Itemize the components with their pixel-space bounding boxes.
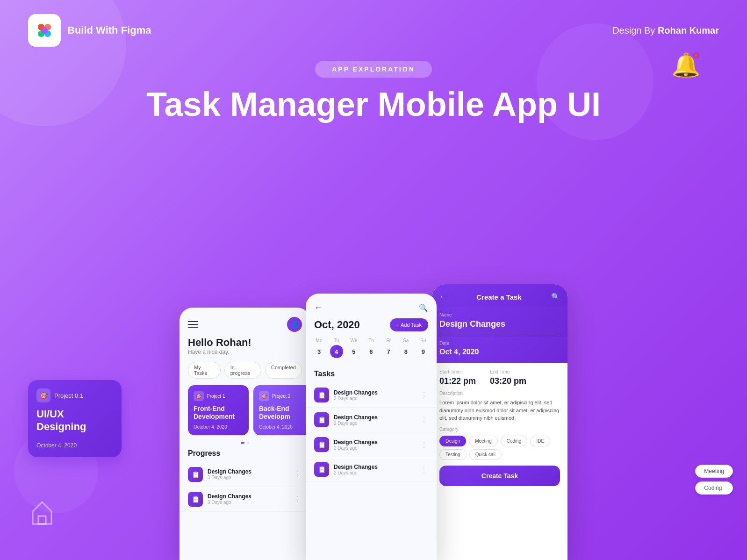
- phone-3: ← Create a Task 🔍 Name Design Changes Da…: [432, 284, 567, 560]
- pc-icon-2: 🎯: [259, 391, 269, 401]
- cal-day-num-sa[interactable]: 8: [399, 345, 412, 358]
- phone1-header: 👤: [180, 308, 310, 337]
- p2-task-ago-4: 2 Days ago: [334, 470, 378, 475]
- p2-task-item-2: 📋 Design Changes 2 Days ago ⋮: [306, 408, 437, 432]
- p2-task-name-3: Design Changes: [334, 439, 378, 445]
- p3-end-time: End Time 03:20 pm: [490, 369, 526, 386]
- extra-category-tags: Meeting Coding: [695, 465, 733, 495]
- cal-day-fr: Fr 7: [382, 338, 395, 358]
- cal-day-name-sa: Sa: [403, 338, 409, 343]
- header: Build With Figma Design By Rohan Kumar: [28, 14, 719, 47]
- cat-tag-design[interactable]: Design: [439, 436, 466, 446]
- create-task-button[interactable]: Create Task: [439, 466, 560, 486]
- p2-task-icon-2: 📋: [314, 412, 329, 427]
- task-item-2: 📋 Design Changes 3 Days ago ⋮: [180, 487, 310, 512]
- p3-white-section: Start Time 01:22 pm End Time 03:20 pm De…: [432, 363, 567, 486]
- hero-section: APP EXPLORATION Task Manager Mobile App …: [0, 61, 747, 123]
- p3-category-section: Category Design Meeting Coding IDE Testi…: [432, 427, 567, 466]
- pc-num-2: Project 2: [272, 394, 290, 399]
- cal-day-name-fr: Fr: [386, 338, 390, 343]
- pc-icon-1: 🎯: [194, 391, 204, 401]
- search-icon-p2[interactable]: 🔍: [419, 303, 428, 312]
- cal-day-mo: Mo 3: [313, 338, 326, 358]
- calendar-divider: [314, 365, 428, 365]
- p2-task-ago-1: 2 Days ago: [334, 396, 378, 401]
- task-name-1: Design Changes: [208, 468, 251, 475]
- cal-day-num-we[interactable]: 5: [347, 345, 360, 358]
- p2-task-item-1: 📋 Design Changes 2 Days ago ⋮: [306, 383, 437, 408]
- p3-date-section: Date Oct 4, 2020: [432, 337, 567, 363]
- extra-tag-meeting[interactable]: Meeting: [695, 465, 733, 478]
- notification-dot: [693, 52, 699, 58]
- p3-end-time-value: 03:20 pm: [490, 376, 526, 386]
- task-ago-1: 3 Days ago: [208, 475, 251, 480]
- tab-my-tasks[interactable]: My Tasks: [188, 362, 221, 379]
- design-by: Design By Rohan Kumar: [612, 25, 719, 36]
- task-item-1: 📋 Design Changes 3 Days ago ⋮: [180, 462, 310, 487]
- cat-tag-quick-call[interactable]: Quick call: [469, 449, 502, 460]
- cal-day-num-tu[interactable]: 4: [330, 345, 343, 358]
- p3-date-label: Date: [439, 341, 560, 346]
- task-menu-2[interactable]: ⋮: [294, 495, 302, 503]
- notification-bell[interactable]: 🔔: [671, 51, 700, 79]
- cal-day-name-we: We: [350, 338, 357, 343]
- p3-name-section: Name Design Changes: [432, 307, 567, 337]
- p2-task-icon-3: 📋: [314, 437, 329, 452]
- task-menu-1[interactable]: ⋮: [294, 470, 302, 479]
- projects-carousel: 🎯 Project 1 Front-EndDevelopment October…: [180, 385, 310, 442]
- cal-day-num-th[interactable]: 6: [365, 345, 378, 358]
- pc-num-1: Project 1: [207, 394, 225, 399]
- back-arrow-icon[interactable]: ←: [314, 303, 323, 313]
- hamburger-icon[interactable]: [188, 321, 198, 328]
- p2-task-menu-1[interactable]: ⋮: [420, 391, 428, 400]
- cal-day-num-mo[interactable]: 3: [313, 345, 326, 358]
- extra-tag-coding[interactable]: Coding: [695, 481, 733, 495]
- cal-day-su: Su 9: [417, 338, 430, 358]
- add-task-button[interactable]: + Add Task: [390, 318, 428, 331]
- p2-task-ago-3: 2 Days ago: [334, 445, 378, 451]
- tab-completed[interactable]: Completed: [265, 362, 302, 379]
- task-icon-2: 📋: [188, 492, 203, 507]
- p2-task-menu-4[interactable]: ⋮: [420, 465, 428, 474]
- task-tabs: My Tasks In-progress Completed: [180, 362, 310, 385]
- project-card-1[interactable]: 🎯 Project 1 Front-EndDevelopment October…: [188, 385, 249, 435]
- cal-day-sa: Sa 8: [399, 338, 412, 358]
- project-card-2[interactable]: 🎯 Project 2 Back-EndDevelopm October 4, …: [253, 385, 310, 435]
- month-text: Oct, 2020: [314, 319, 360, 331]
- cal-day-we: We 5: [347, 338, 360, 358]
- floating-project-card: 🎯 Project 0.1 UI/UXDesigning October 4, …: [28, 380, 122, 457]
- tab-in-progress[interactable]: In-progress: [224, 362, 261, 379]
- p2-task-icon-4: 📋: [314, 462, 329, 477]
- p2-task-menu-2[interactable]: ⋮: [420, 416, 428, 424]
- project-number: Project 0.1: [54, 392, 83, 399]
- p3-category-label: Category: [439, 427, 560, 432]
- project-icon: 🎯: [36, 388, 50, 402]
- svg-point-4: [41, 27, 48, 34]
- phone3-header: ← Create a Task 🔍: [432, 284, 567, 307]
- cat-tag-ide[interactable]: IDE: [530, 436, 550, 446]
- progress-title: Progress: [180, 449, 310, 462]
- p3-category-tags: Design Meeting Coding IDE Testing Quick …: [439, 436, 560, 460]
- svg-rect-5: [38, 516, 46, 524]
- p3-start-time-value: 01:22 pm: [439, 376, 476, 386]
- cat-tag-coding[interactable]: Coding: [501, 436, 528, 446]
- p2-task-item-3: 📋 Design Changes 2 Days ago ⋮: [306, 432, 437, 457]
- p3-date-value: Oct 4, 2020: [439, 348, 560, 356]
- cal-day-name-tu: Tu: [334, 338, 339, 343]
- cat-tag-meeting[interactable]: Meeting: [469, 436, 498, 446]
- cal-day-num-su[interactable]: 9: [417, 345, 430, 358]
- task-name-2: Design Changes: [208, 493, 251, 500]
- user-avatar[interactable]: 👤: [287, 317, 302, 332]
- task-left-1: 📋 Design Changes 3 Days ago: [188, 467, 251, 482]
- cat-tag-testing[interactable]: Testing: [439, 449, 467, 460]
- cal-day-num-fr[interactable]: 7: [382, 345, 395, 358]
- p3-start-time: Start Time 01:22 pm: [439, 369, 476, 386]
- pc-date-2: October 4, 2020: [259, 424, 309, 430]
- p3-back-icon[interactable]: ←: [439, 293, 447, 301]
- p3-description-label: Description: [439, 391, 560, 396]
- logo-box: [28, 14, 61, 47]
- p2-task-menu-3[interactable]: ⋮: [420, 440, 428, 449]
- p2-task-name-1: Design Changes: [334, 389, 378, 396]
- p3-search-icon[interactable]: 🔍: [551, 293, 560, 301]
- project-date: October 4, 2020: [36, 442, 113, 449]
